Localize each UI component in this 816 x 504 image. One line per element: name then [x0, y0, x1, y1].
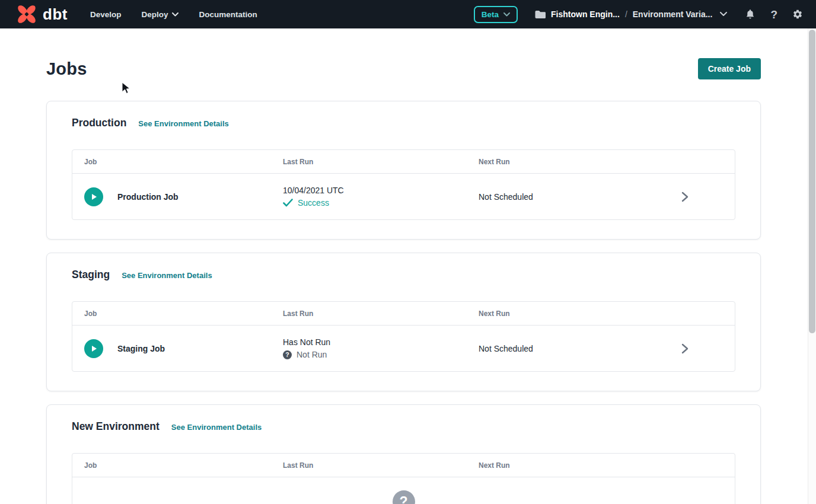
- nav-develop[interactable]: Develop: [90, 10, 122, 19]
- run-job-play-button[interactable]: [84, 187, 103, 206]
- dbt-logo[interactable]: dbt: [15, 3, 68, 25]
- environment-card-new-environment: New Environment See Environment Details …: [46, 404, 761, 504]
- environment-card-production: Production See Environment Details Job L…: [46, 101, 761, 240]
- environment-card-header: New Environment See Environment Details: [72, 420, 735, 433]
- breadcrumb-project[interactable]: Fishtown Engin...: [551, 9, 620, 19]
- vertical-scrollbar-track[interactable]: [808, 28, 816, 504]
- top-navbar: dbt Develop Deploy Documentation Beta Fi…: [0, 0, 816, 28]
- create-job-button[interactable]: Create Job: [698, 58, 761, 79]
- chevron-down-icon[interactable]: [720, 12, 727, 17]
- not-run-question-icon: ?: [283, 350, 292, 359]
- row-chevron-cell: [651, 192, 735, 202]
- dbt-wordmark: dbt: [43, 7, 68, 22]
- empty-state-question-icon: ?: [393, 490, 415, 504]
- see-environment-details-link[interactable]: See Environment Details: [138, 119, 228, 128]
- dbt-flame-icon: [15, 3, 38, 25]
- column-header-next-run: Next Run: [479, 158, 651, 166]
- jobs-table: Job Last Run Next Run Staging Job Has No…: [72, 301, 735, 372]
- job-row-staging[interactable]: Staging Job Has Not Run ? Not Run Not Sc…: [72, 326, 735, 371]
- gear-icon[interactable]: [792, 9, 803, 20]
- environment-card-header: Staging See Environment Details: [72, 269, 735, 281]
- help-icon[interactable]: ?: [770, 9, 777, 20]
- environment-card-header: Production See Environment Details: [72, 117, 735, 129]
- next-run-value: Not Scheduled: [479, 192, 651, 202]
- job-name[interactable]: Production Job: [117, 192, 179, 202]
- navbar-icon-group: ?: [745, 9, 803, 20]
- job-row-production[interactable]: Production Job 10/04/2021 UTC Success No…: [72, 174, 735, 219]
- chevron-down-icon: [503, 12, 510, 17]
- last-run-date: Has Not Run: [283, 337, 479, 347]
- breadcrumb[interactable]: Fishtown Engin... / Environment Varia...: [534, 9, 727, 19]
- notifications-bell-icon[interactable]: [745, 9, 756, 20]
- environment-name: New Environment: [72, 420, 160, 433]
- chevron-right-icon: [681, 343, 689, 354]
- row-chevron-cell: [651, 343, 735, 354]
- environment-card-staging: Staging See Environment Details Job Last…: [46, 253, 761, 391]
- nav-deploy[interactable]: Deploy: [141, 10, 179, 19]
- chevron-right-icon: [681, 192, 689, 202]
- status-line: ? Not Run: [283, 350, 479, 359]
- job-cell: Staging Job: [84, 339, 283, 358]
- see-environment-details-link[interactable]: See Environment Details: [171, 423, 262, 432]
- jobs-table: Job Last Run Next Run Production Job 10/…: [72, 149, 735, 220]
- status-badge: Success: [298, 198, 329, 208]
- jobs-page: Jobs Create Job Production See Environme…: [46, 28, 761, 504]
- run-job-play-button[interactable]: [84, 339, 103, 358]
- jobs-table: Job Last Run Next Run ?: [72, 453, 735, 504]
- page-title: Jobs: [46, 59, 87, 79]
- column-header-next-run: Next Run: [479, 461, 651, 470]
- next-run-value: Not Scheduled: [479, 344, 651, 353]
- see-environment-details-link[interactable]: See Environment Details: [122, 271, 212, 280]
- breadcrumb-page[interactable]: Environment Varia...: [633, 9, 713, 19]
- vertical-scrollbar-thumb[interactable]: [809, 30, 815, 333]
- job-name[interactable]: Staging Job: [117, 344, 165, 353]
- last-run-cell: Has Not Run ? Not Run: [283, 337, 479, 359]
- breadcrumb-separator: /: [625, 9, 627, 19]
- play-icon: [90, 193, 98, 201]
- empty-jobs-body: ?: [72, 477, 735, 504]
- column-header-last-run: Last Run: [283, 158, 479, 166]
- last-run-cell: 10/04/2021 UTC Success: [283, 186, 479, 208]
- jobs-table-header: Job Last Run Next Run: [72, 454, 735, 477]
- status-line: Success: [283, 198, 479, 208]
- jobs-table-header: Job Last Run Next Run: [72, 302, 735, 326]
- success-check-icon: [283, 199, 293, 207]
- column-header-last-run: Last Run: [283, 310, 479, 318]
- beta-dropdown-button[interactable]: Beta: [474, 6, 518, 23]
- column-header-job: Job: [84, 158, 283, 166]
- page-header: Jobs Create Job: [46, 58, 761, 79]
- play-icon: [90, 344, 98, 353]
- environment-name: Production: [72, 117, 126, 129]
- column-header-next-run: Next Run: [479, 310, 651, 318]
- column-header-job: Job: [84, 461, 283, 470]
- job-cell: Production Job: [84, 187, 283, 206]
- nav-documentation[interactable]: Documentation: [199, 10, 257, 19]
- column-header-job: Job: [84, 310, 283, 318]
- folder-icon: [534, 9, 546, 19]
- jobs-table-header: Job Last Run Next Run: [72, 150, 735, 174]
- main-nav: Develop Deploy Documentation: [90, 10, 257, 19]
- environment-name: Staging: [72, 269, 110, 281]
- chevron-down-icon: [172, 12, 179, 17]
- last-run-date: 10/04/2021 UTC: [283, 186, 479, 195]
- status-badge: Not Run: [297, 350, 327, 359]
- column-header-last-run: Last Run: [283, 461, 479, 470]
